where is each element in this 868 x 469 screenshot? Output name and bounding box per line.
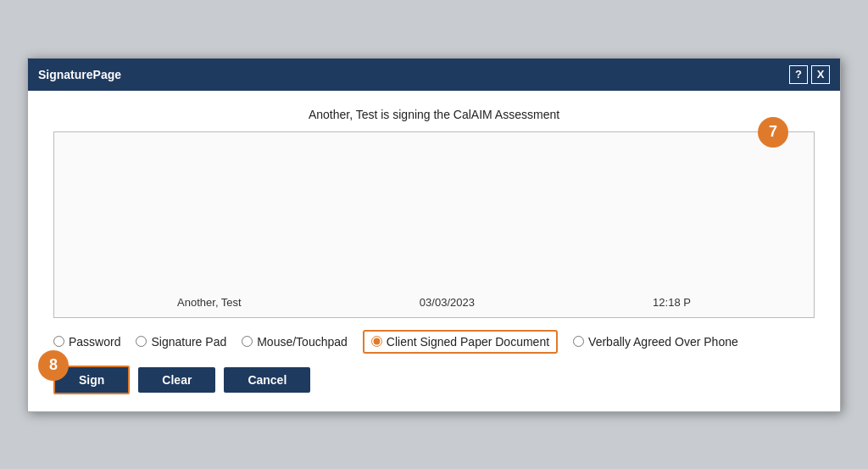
signature-canvas[interactable]: Another, Test 03/03/2023 12:18 P 7 (53, 131, 815, 318)
signature-modal: SignaturePage ? X Another, Test is signi… (27, 58, 841, 412)
sign-button-wrapper: 8 Sign (53, 366, 130, 394)
radio-verbal[interactable] (573, 336, 584, 347)
radio-options-row: Password Signature Pad Mouse/Touchpad Cl… (53, 330, 815, 354)
radio-option-signature-pad[interactable]: Signature Pad (136, 335, 226, 349)
badge-7: 7 (758, 117, 788, 148)
signature-date: 03/03/2023 (420, 296, 475, 309)
radio-password[interactable] (53, 336, 64, 347)
signature-footer: Another, Test 03/03/2023 12:18 P (54, 296, 814, 309)
signing-label: Another, Test is signing the CalAIM Asse… (53, 108, 815, 121)
radio-paper-label: Client Signed Paper Document (387, 335, 549, 349)
radio-paper-wrapper: Client Signed Paper Document (363, 330, 558, 354)
radio-option-verbal[interactable]: Verbally Agreed Over Phone (573, 335, 738, 349)
radio-signature-pad-label: Signature Pad (151, 335, 226, 349)
help-button[interactable]: ? (789, 65, 808, 84)
modal-title: SignaturePage (38, 68, 121, 81)
radio-mouse-label: Mouse/Touchpad (257, 335, 348, 349)
radio-paper[interactable] (371, 336, 382, 347)
radio-verbal-label: Verbally Agreed Over Phone (588, 335, 738, 349)
radio-password-label: Password (69, 335, 120, 349)
close-button[interactable]: X (811, 65, 830, 84)
radio-mouse[interactable] (242, 336, 253, 347)
radio-option-mouse[interactable]: Mouse/Touchpad (242, 335, 348, 349)
signer-name: Another, Test (177, 296, 242, 309)
modal-header: SignaturePage ? X (28, 59, 840, 91)
radio-signature-pad[interactable] (136, 336, 147, 347)
header-actions: ? X (789, 65, 830, 84)
modal-body: Another, Test is signing the CalAIM Asse… (28, 91, 840, 411)
clear-button[interactable]: Clear (138, 367, 215, 393)
radio-option-password[interactable]: Password (53, 335, 120, 349)
badge-8: 8 (38, 350, 69, 381)
radio-option-paper[interactable]: Client Signed Paper Document (363, 330, 558, 354)
signature-time: 12:18 P (653, 296, 691, 309)
cancel-button[interactable]: Cancel (224, 367, 310, 393)
button-row: 8 Sign Clear Cancel (53, 366, 815, 394)
